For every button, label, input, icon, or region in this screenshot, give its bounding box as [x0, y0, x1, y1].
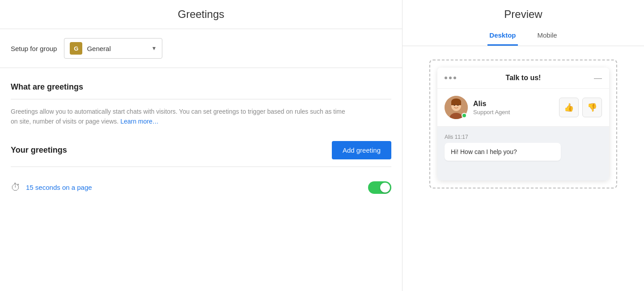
greetings-divider [11, 167, 391, 167]
thumbs-down-icon: 👎 [587, 103, 597, 112]
thumbs-up-icon: 👍 [564, 103, 574, 112]
chat-title: Talk to us! [506, 74, 541, 82]
greeting-toggle[interactable] [368, 181, 391, 194]
main-layout: Greetings Setup for group G General ▼ Wh… [0, 0, 644, 291]
dot-1 [445, 77, 447, 79]
timer-icon: ⏱ [11, 182, 21, 193]
preview-content: Talk to us! — [402, 46, 644, 291]
agent-name: Alis [473, 100, 554, 108]
thumbs-up-button[interactable]: 👍 [559, 98, 579, 117]
left-content: What are greetings Greetings allow you t… [0, 68, 402, 291]
left-panel: Greetings Setup for group G General ▼ Wh… [0, 0, 402, 291]
svg-point-6 [458, 105, 459, 106]
group-name: General [87, 45, 147, 52]
rating-buttons: 👍 👎 [559, 98, 602, 117]
online-indicator [462, 113, 467, 118]
right-panel: Preview Desktop Mobile [402, 0, 644, 291]
agent-info: Alis Support Agent [473, 100, 554, 116]
tab-mobile[interactable]: Mobile [536, 28, 559, 46]
your-greetings-heading: Your greetings [11, 146, 67, 155]
group-icon: G [70, 42, 82, 55]
dot-3 [453, 77, 456, 79]
what-are-greetings-section: What are greetings Greetings allow you t… [11, 82, 391, 127]
message-bubble: Hi! How can I help you? [445, 143, 561, 161]
group-selector-bar: Setup for group G General ▼ [0, 29, 402, 68]
toggle-thumb [380, 183, 390, 193]
right-header: Preview Desktop Mobile [402, 0, 644, 46]
your-greetings-header: Your greetings Add greeting [11, 141, 391, 159]
greeting-left: ⏱ 15 seconds on a page [11, 182, 92, 193]
greetings-title: Greetings [0, 8, 402, 21]
svg-point-5 [454, 105, 455, 106]
dot-2 [449, 77, 452, 79]
section-divider [11, 99, 391, 99]
agent-role: Support Agent [473, 109, 554, 116]
greetings-description: Greetings allow you to automatically sta… [11, 107, 346, 127]
greeting-item: ⏱ 15 seconds on a page [11, 178, 391, 197]
greeting-name-link[interactable]: 15 seconds on a page [26, 184, 92, 191]
chat-header: Talk to us! — [437, 68, 609, 89]
chat-header-inner: Talk to us! — [445, 74, 602, 82]
agent-avatar-wrapper [445, 96, 468, 119]
group-dropdown[interactable]: G General ▼ [64, 38, 162, 59]
svg-rect-3 [451, 102, 461, 105]
chat-window-wrapper: Talk to us! — [429, 60, 617, 188]
preview-title: Preview [402, 8, 644, 21]
chat-agent-section: Alis Support Agent 👍 👎 [437, 89, 609, 127]
chat-messages: Alis 11:17 Hi! How can I help you? [437, 127, 609, 180]
left-header: Greetings [0, 0, 402, 29]
what-are-greetings-heading: What are greetings [11, 82, 391, 92]
preview-tabs: Desktop Mobile [402, 28, 644, 46]
chat-dots [445, 77, 456, 79]
message-timestamp: Alis 11:17 [445, 134, 602, 140]
minimize-icon[interactable]: — [594, 74, 602, 82]
tab-desktop[interactable]: Desktop [487, 28, 517, 46]
thumbs-down-button[interactable]: 👎 [582, 98, 602, 117]
chat-window: Talk to us! — [437, 68, 609, 180]
toggle-track[interactable] [368, 181, 391, 194]
chevron-down-icon: ▼ [152, 45, 157, 51]
add-greeting-button[interactable]: Add greeting [332, 141, 391, 159]
group-label: Setup for group [11, 45, 57, 52]
learn-more-link[interactable]: Learn more… [120, 118, 159, 125]
